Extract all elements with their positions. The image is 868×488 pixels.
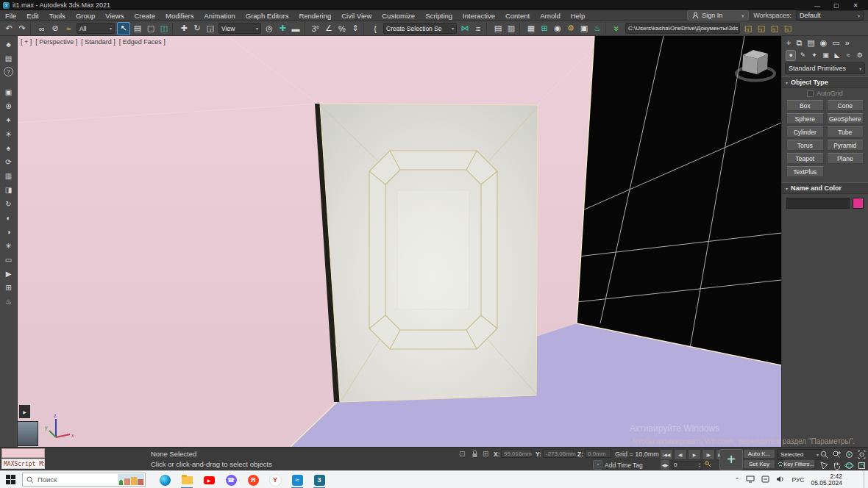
set-key-button[interactable]: Set Key <box>743 459 775 469</box>
menu-item[interactable]: Create <box>129 12 160 20</box>
yandex-icon[interactable]: Я <box>244 473 262 487</box>
flyout-arrow-button[interactable]: ▶ <box>19 405 30 418</box>
orbit-icon[interactable] <box>843 460 855 470</box>
viewport-layout-tab[interactable] <box>17 421 38 446</box>
spinner-snap-icon[interactable]: ⇕ <box>349 23 361 35</box>
frame-spinner[interactable]: ▴▾ <box>699 462 700 468</box>
tab-display[interactable]: ▭ <box>832 38 839 48</box>
object-type-button[interactable]: Plane <box>827 153 864 164</box>
network-icon[interactable] <box>746 476 755 484</box>
object-type-button[interactable]: TextPlus <box>786 166 824 177</box>
minimize-button[interactable]: — <box>808 2 827 9</box>
project-path-dropdown[interactable]: C:\Users\kasha\OneDrive\Документы\3ds Ma… <box>625 23 740 34</box>
select-move-icon[interactable]: ✚ <box>178 23 190 35</box>
zoom-region-icon[interactable] <box>818 460 830 470</box>
next-frame-button[interactable]: |▶ <box>702 449 715 460</box>
monitor-play-icon[interactable]: ▶ <box>3 268 14 279</box>
maximize-viewport-icon[interactable] <box>855 460 867 470</box>
use-pivot-center-icon[interactable]: ◎ <box>263 23 275 35</box>
zoom-icon[interactable] <box>818 449 830 459</box>
interactive-session-icon[interactable]: » <box>611 23 623 35</box>
file-explorer-icon[interactable] <box>178 473 196 487</box>
show-desktop-button[interactable] <box>864 471 868 488</box>
key-selection-dropdown[interactable]: Selected <box>777 449 822 460</box>
named-selection-sets-icon[interactable]: { <box>369 23 381 35</box>
menu-item[interactable]: Civil View <box>336 12 377 20</box>
bind-spacewarp-icon[interactable]: ≈ <box>63 23 74 35</box>
menu-item[interactable]: Modifiers <box>160 12 199 20</box>
menu-item[interactable]: Rendering <box>294 12 336 20</box>
x-coordinate-field[interactable]: 99,016mm <box>501 449 532 458</box>
object-color-swatch[interactable] <box>853 198 864 209</box>
yandex-browser-icon[interactable]: Y <box>266 473 284 487</box>
camera-add-icon[interactable]: ⊕ <box>3 101 14 111</box>
tab-overflow[interactable]: » <box>845 38 850 47</box>
category-helpers-icon[interactable]: ◣ <box>833 51 842 60</box>
render-setup-icon[interactable]: ⚙ <box>565 23 577 35</box>
book-icon[interactable]: ▥ <box>3 171 14 181</box>
refresh-icon[interactable]: ⟳ <box>3 157 14 167</box>
page-icon[interactable]: ◨ <box>3 184 14 195</box>
zoom-all-icon[interactable] <box>830 449 842 459</box>
selection-filter-dropdown[interactable]: All <box>77 23 115 34</box>
category-geometry-icon[interactable]: ● <box>786 50 796 61</box>
clock[interactable]: 2:42 05.05.2024 <box>811 473 842 487</box>
name-and-color-rollout[interactable]: Name and Color <box>782 182 868 194</box>
mirror-icon[interactable]: ⋈ <box>459 23 471 35</box>
category-lights-icon[interactable]: ✦ <box>810 51 819 60</box>
menu-item[interactable]: Tools <box>44 12 71 20</box>
render-production-icon[interactable]: ♨ <box>591 23 603 35</box>
z-coordinate-field[interactable]: 0,0mm <box>585 449 611 458</box>
keyboard-override-icon[interactable]: ▬ <box>290 23 302 35</box>
grid-4-icon[interactable]: ⊞ <box>3 282 14 293</box>
select-rotate-icon[interactable]: ↻ <box>191 23 203 35</box>
asset-library-icon[interactable]: ◱ <box>742 23 754 35</box>
menu-item[interactable]: Interactive <box>458 12 500 20</box>
tray-chevron-icon[interactable]: ⌃ <box>735 477 740 484</box>
object-name-field[interactable] <box>786 198 850 209</box>
viewport-label-part[interactable]: [ + ] <box>21 38 32 46</box>
menu-item[interactable]: Animation <box>199 12 241 20</box>
edge-icon[interactable] <box>156 473 174 487</box>
object-type-button[interactable]: Cylinder <box>786 126 824 137</box>
key-filters-button[interactable]: Key Filters... <box>783 459 815 469</box>
selection-set-dropdown[interactable]: Create Selection Se <box>383 23 457 34</box>
ref-coord-dropdown[interactable]: View <box>218 23 261 34</box>
palette-2-icon[interactable]: ◑ <box>3 226 14 237</box>
zoom-extents-icon[interactable] <box>843 449 855 459</box>
language-indicator[interactable]: РУС <box>791 476 804 484</box>
selection-lock-icon[interactable] <box>472 449 478 459</box>
open-folder-icon[interactable]: ◱ <box>755 23 767 35</box>
select-by-name-icon[interactable]: ▤ <box>132 23 143 35</box>
menu-item[interactable]: Graph Editors <box>241 12 294 20</box>
sign-in-button[interactable]: Sign In ▾ <box>687 10 749 21</box>
viber-icon[interactable]: ☎ <box>222 473 240 487</box>
palette-icon[interactable]: ◐ <box>3 212 14 223</box>
layer-explorer-icon[interactable]: ▥ <box>505 23 517 35</box>
tab-motion[interactable]: ◉ <box>820 38 828 48</box>
undo-icon[interactable]: ↶ <box>3 23 15 35</box>
menu-item[interactable]: Content <box>500 12 535 20</box>
save-scene-icon[interactable]: ◱ <box>769 23 780 35</box>
object-type-button[interactable]: Pyramid <box>827 140 864 151</box>
viewport-label-part[interactable]: [ Perspective ] <box>35 38 77 46</box>
menu-item[interactable]: Edit <box>21 12 43 20</box>
object-type-button[interactable]: Cone <box>827 100 864 111</box>
camera-icon[interactable]: ▣ <box>3 87 14 97</box>
redo-icon[interactable]: ↷ <box>16 23 28 35</box>
key-step-toggle[interactable]: ◀▶ <box>660 459 670 470</box>
tab-hierarchy[interactable]: ▤ <box>807 38 814 48</box>
tab-modify[interactable]: ⧉ <box>796 38 802 48</box>
rendered-frame-icon[interactable]: ▣ <box>578 23 590 35</box>
select-object-icon[interactable]: ↖ <box>117 22 130 35</box>
primitive-class-dropdown[interactable]: Standard Primitives <box>785 62 865 74</box>
autogrid-checkbox[interactable] <box>807 90 814 97</box>
help-icon[interactable]: ? <box>4 67 13 76</box>
object-type-button[interactable]: Torus <box>786 140 824 151</box>
y-coordinate-field[interactable]: -273,05mm <box>543 449 574 458</box>
import-scene-icon[interactable]: ◱ <box>782 23 794 35</box>
align-icon[interactable]: ≡ <box>472 23 484 35</box>
auto-key-button[interactable]: Auto K... <box>743 449 775 459</box>
teapot-icon[interactable]: ♨ <box>3 296 14 306</box>
angle-snap-icon[interactable]: ∠ <box>323 23 335 35</box>
